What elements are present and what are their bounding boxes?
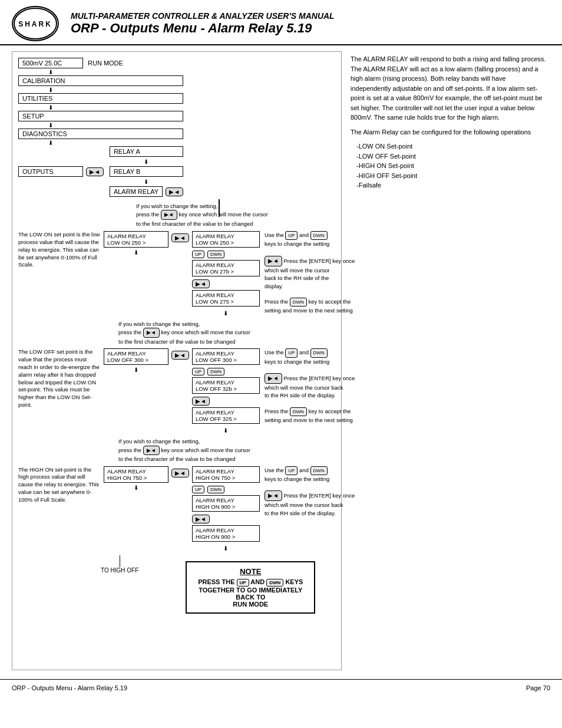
- low-off-note: The LOW OFF set point is the value that …: [18, 348, 101, 409]
- enter-icon-r2[interactable]: ▶◄: [265, 373, 282, 384]
- run-mode-display: 500mV 25.0C: [18, 58, 83, 68]
- note-title: NOTE: [194, 567, 307, 576]
- alarm-low-off-edit: ALARM RELAYLOW OFF 300 >: [192, 348, 260, 365]
- up-note[interactable]: UP: [237, 579, 249, 587]
- enter-icon-1[interactable]: ▶◄: [161, 210, 177, 220]
- up-icon-r1[interactable]: UP: [285, 231, 297, 240]
- alarm-low-off-325: ALARM RELAYLOW OFF 325 >: [192, 407, 260, 424]
- desc-para-2: The Alarm Relay can be configured for th…: [351, 127, 547, 137]
- enter-icon-r1[interactable]: ▶◄: [265, 256, 282, 266]
- enter-btn-low-on[interactable]: ▶◄: [171, 233, 189, 242]
- alarm-low-on-27b: ALARM RELAYLOW ON 27b >: [192, 260, 260, 276]
- down-icon-r1b[interactable]: DWN: [290, 298, 307, 307]
- svg-text:SHARK: SHARK: [18, 20, 52, 28]
- right-notes-2: Use the UP and DWN keys to change the se…: [265, 348, 359, 424]
- down-arrow-3: ⬇: [48, 104, 53, 111]
- setup-menu: SETUP: [18, 111, 183, 121]
- diagnostics-menu: DIAGNOSTICS: [18, 129, 183, 139]
- high-on-note: The HIGH ON set-point is the high proces…: [18, 466, 101, 504]
- calibration-menu: CALIBRATION: [18, 75, 183, 86]
- alarm-low-on-edit: ALARM RELAYLOW ON 250 >: [192, 231, 260, 248]
- right-notes-1: Use the UP and DWN keys to change the se…: [265, 231, 359, 314]
- enter-btn-32b[interactable]: ▶◄: [192, 397, 210, 406]
- down-arrow-4: ⬇: [48, 122, 53, 129]
- change-note-1: If you wish to change the setting, press…: [136, 202, 335, 228]
- alarm-low-on-250: ALARM RELAYLOW ON 250 >: [104, 231, 168, 248]
- desc-para-1: The ALARM RELAY will respond to both a r…: [351, 54, 547, 123]
- run-mode-label: RUN MODE: [88, 60, 123, 67]
- utilities-menu: UTILITIES: [18, 93, 183, 104]
- enter-btn-alarm[interactable]: ▶◄: [166, 187, 183, 196]
- down-icon-r2b[interactable]: DWN: [290, 407, 307, 416]
- outputs-menu: OUTPUTS: [18, 166, 83, 177]
- down-icon-r2[interactable]: DWN: [310, 348, 328, 357]
- down-arrow-1: ⬇: [48, 69, 53, 75]
- page-footer: ORP - Outputs Menu - Alarm Relay 5.19 Pa…: [0, 679, 562, 696]
- down-arrow-5: ⬇: [48, 140, 53, 146]
- relay-a-menu: RELAY A: [110, 146, 183, 157]
- main-content: 500mV 25.0C RUN MODE ⬇ CALIBRATION ⬇ UTI…: [0, 45, 562, 676]
- enter-btn-900[interactable]: ▶◄: [192, 515, 210, 523]
- desc-list: -LOW ON Set-point -LOW OFF Set-point -HI…: [356, 141, 547, 190]
- down-arrow-2: ⬇: [48, 87, 53, 93]
- description-panel: The ALARM RELAY will respond to both a r…: [348, 51, 550, 670]
- note-box: NOTE PRESS THE UP AND DWN KEYS TOGETHER …: [186, 561, 315, 614]
- enter-btn-outputs[interactable]: ▶◄: [86, 167, 104, 176]
- alarm-relay-menu: ALARM RELAY: [110, 186, 163, 197]
- up-btn-2[interactable]: UP: [192, 368, 204, 375]
- low-on-note: The LOW ON set point is the low process …: [18, 231, 101, 269]
- right-notes-3: Use the UP and DWN keys to change the se…: [265, 466, 359, 517]
- list-item-4: -HIGH OFF Set-point: [356, 171, 547, 181]
- list-item-1: -LOW ON Set-point: [356, 141, 547, 151]
- diagram-panel: 500mV 25.0C RUN MODE ⬇ CALIBRATION ⬇ UTI…: [12, 51, 342, 670]
- down-note[interactable]: DWN: [266, 579, 283, 587]
- alarm-high-on-750: ALARM RELAYHIGH ON 750 >: [104, 466, 168, 483]
- up-btn-1[interactable]: UP: [192, 251, 204, 258]
- header-titles: MULTI-PARAMETER CONTROLLER & ANALYZER US…: [71, 11, 550, 36]
- list-item-5: -Failsafe: [356, 180, 547, 190]
- down-btn-1[interactable]: DWN: [207, 251, 224, 258]
- down-icon-r1[interactable]: DWN: [310, 231, 328, 240]
- to-high-off: TO HIGH OFF: [101, 567, 138, 574]
- down-btn-2[interactable]: DWN: [207, 368, 224, 375]
- list-item-3: -HIGH ON Set-point: [356, 161, 547, 171]
- enter-icon-r3[interactable]: ▶◄: [265, 490, 282, 501]
- sub-title: ORP - Outputs Menu - Alarm Relay 5.19: [71, 21, 550, 36]
- alarm-low-on-275: ALARM RELAYLOW ON 275 >: [192, 290, 260, 307]
- down-btn-3[interactable]: DWN: [207, 486, 224, 493]
- alarm-high-on-900b: ALARM RELAYHIGH ON 900 >: [192, 525, 260, 542]
- main-title: MULTI-PARAMETER CONTROLLER & ANALYZER US…: [71, 11, 550, 21]
- change-note-2: If you wish to change the setting, press…: [118, 320, 335, 345]
- relay-b-menu: RELAY B: [110, 166, 183, 177]
- up-icon-r3[interactable]: UP: [285, 466, 297, 475]
- alarm-high-on-900: ALARM RELAYHIGH ON 900 >: [192, 495, 260, 512]
- change-note-3: If you wish to change the setting, press…: [118, 437, 335, 463]
- enter-btn-high-on[interactable]: ▶◄: [171, 469, 189, 477]
- enter-btn-27b[interactable]: ▶◄: [192, 279, 210, 288]
- list-item-2: -LOW OFF Set-point: [356, 151, 547, 162]
- alarm-low-off-300: ALARM RELAYLOW OFF 300 >: [104, 348, 168, 365]
- note-text: PRESS THE UP AND DWN KEYS TOGETHER TO GO…: [194, 578, 307, 608]
- up-btn-3[interactable]: UP: [192, 486, 204, 493]
- footer-right: Page 70: [526, 684, 550, 691]
- enter-icon-2[interactable]: ▶◄: [143, 328, 160, 338]
- enter-icon-3[interactable]: ▶◄: [143, 446, 160, 456]
- up-icon-r2[interactable]: UP: [285, 348, 297, 357]
- alarm-low-off-32b: ALARM RELAYLOW OFF 32b >: [192, 377, 260, 394]
- footer-left: ORP - Outputs Menu - Alarm Relay 5.19: [12, 684, 127, 691]
- alarm-high-on-edit: ALARM RELAYHIGH ON 750 >: [192, 466, 260, 483]
- page-header: SHARK MULTI-PARAMETER CONTROLLER & ANALY…: [0, 0, 562, 45]
- down-icon-r3[interactable]: DWN: [310, 466, 328, 475]
- shark-logo: SHARK: [12, 6, 59, 41]
- enter-btn-low-off[interactable]: ▶◄: [171, 351, 189, 360]
